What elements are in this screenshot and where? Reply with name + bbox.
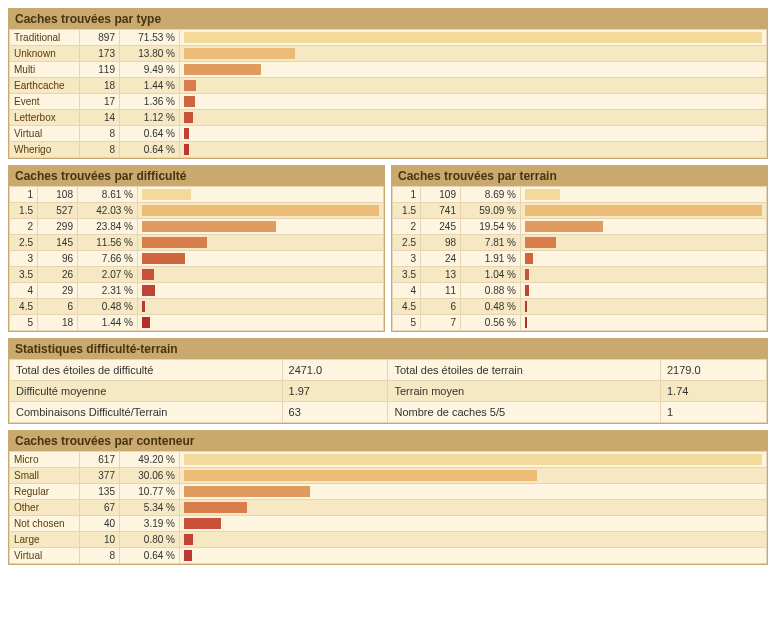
row-label: 2.5 (10, 235, 38, 251)
table-row: 11088.61 % (10, 187, 384, 203)
stats-label: Terrain moyen (388, 381, 661, 402)
bar-fill (142, 189, 191, 200)
row-bar-cell (180, 30, 767, 46)
row-count: 17 (80, 94, 120, 110)
bar-fill (184, 144, 189, 155)
bar-fill (525, 221, 603, 232)
stats-label: Total des étoiles de difficulté (10, 360, 283, 381)
row-count: 135 (80, 484, 120, 500)
table-row: Combinaisons Difficulté/Terrain63Nombre … (10, 402, 767, 423)
row-percent: 0.64 % (120, 548, 180, 564)
stats-label: Total des étoiles de terrain (388, 360, 661, 381)
bar-fill (184, 534, 193, 545)
row-bar-cell (180, 62, 767, 78)
row-count: 24 (421, 251, 461, 267)
row-label: 1 (393, 187, 421, 203)
table-row: 4110.88 % (393, 283, 767, 299)
row-label: 3.5 (393, 267, 421, 283)
row-label: Virtual (10, 126, 80, 142)
table-row: Letterbox141.12 % (10, 110, 767, 126)
row-percent: 30.06 % (120, 468, 180, 484)
row-bar-cell (521, 219, 767, 235)
row-bar-cell (521, 315, 767, 331)
row-count: 6 (38, 299, 78, 315)
table-row: 3967.66 % (10, 251, 384, 267)
bar-fill (142, 301, 145, 312)
table-row: Regular13510.77 % (10, 484, 767, 500)
terrain-table: 11098.69 %1.574159.09 %224519.54 %2.5987… (392, 186, 767, 331)
row-percent: 42.03 % (78, 203, 138, 219)
row-percent: 0.56 % (461, 315, 521, 331)
row-percent: 1.04 % (461, 267, 521, 283)
row-percent: 59.09 % (461, 203, 521, 219)
row-count: 108 (38, 187, 78, 203)
table-row: 229923.84 % (10, 219, 384, 235)
row-label: 4 (393, 283, 421, 299)
stats-value: 2179.0 (661, 360, 767, 381)
type-panel: Caches trouvées par type Traditional8977… (8, 8, 768, 159)
row-label: Micro (10, 452, 80, 468)
type-table: Traditional89771.53 %Unknown17313.80 %Mu… (9, 29, 767, 158)
bar-fill (525, 301, 527, 312)
row-percent: 0.80 % (120, 532, 180, 548)
difficulty-table: 11088.61 %1.552742.03 %229923.84 %2.5145… (9, 186, 384, 331)
type-panel-title: Caches trouvées par type (9, 9, 767, 29)
row-count: 7 (421, 315, 461, 331)
row-label: 1.5 (10, 203, 38, 219)
row-count: 14 (80, 110, 120, 126)
bar-fill (525, 205, 762, 216)
row-bar-cell (138, 315, 384, 331)
row-count: 10 (80, 532, 120, 548)
row-label: Small (10, 468, 80, 484)
stats-label: Difficulté moyenne (10, 381, 283, 402)
row-label: Event (10, 94, 80, 110)
row-bar-cell (138, 203, 384, 219)
row-percent: 3.19 % (120, 516, 180, 532)
row-bar-cell (180, 126, 767, 142)
row-percent: 11.56 % (78, 235, 138, 251)
bar-fill (184, 32, 762, 43)
row-bar-cell (180, 94, 767, 110)
terrain-panel-title: Caches trouvées par terrain (392, 166, 767, 186)
row-percent: 0.48 % (78, 299, 138, 315)
table-row: Unknown17313.80 % (10, 46, 767, 62)
row-percent: 7.66 % (78, 251, 138, 267)
bar-fill (184, 518, 221, 529)
row-bar-cell (138, 187, 384, 203)
row-label: Letterbox (10, 110, 80, 126)
row-count: 119 (80, 62, 120, 78)
table-row: Multi1199.49 % (10, 62, 767, 78)
row-percent: 8.69 % (461, 187, 521, 203)
bar-fill (184, 112, 193, 123)
row-percent: 1.44 % (120, 78, 180, 94)
row-count: 8 (80, 126, 120, 142)
table-row: Total des étoiles de difficulté2471.0Tot… (10, 360, 767, 381)
row-bar-cell (521, 187, 767, 203)
table-row: Other675.34 % (10, 500, 767, 516)
row-bar-cell (138, 219, 384, 235)
table-row: 2.5987.81 % (393, 235, 767, 251)
row-label: Unknown (10, 46, 80, 62)
row-bar-cell (138, 283, 384, 299)
stats-table: Total des étoiles de difficulté2471.0Tot… (9, 359, 767, 423)
row-label: 4 (10, 283, 38, 299)
row-count: 245 (421, 219, 461, 235)
row-count: 67 (80, 500, 120, 516)
bar-fill (525, 269, 529, 280)
row-label: 5 (10, 315, 38, 331)
row-label: 3 (393, 251, 421, 267)
row-count: 6 (421, 299, 461, 315)
diff-terrain-row: Caches trouvées par difficulté 11088.61 … (8, 165, 768, 338)
bar-fill (142, 269, 154, 280)
bar-fill (525, 253, 533, 264)
row-count: 18 (38, 315, 78, 331)
bar-fill (142, 253, 185, 264)
row-bar-cell (180, 484, 767, 500)
row-count: 40 (80, 516, 120, 532)
stats-panel: Statistiques difficulté-terrain Total de… (8, 338, 768, 424)
bar-fill (525, 189, 560, 200)
row-bar-cell (180, 468, 767, 484)
row-label: 3 (10, 251, 38, 267)
stats-value: 63 (282, 402, 388, 423)
table-row: 3.5131.04 % (393, 267, 767, 283)
